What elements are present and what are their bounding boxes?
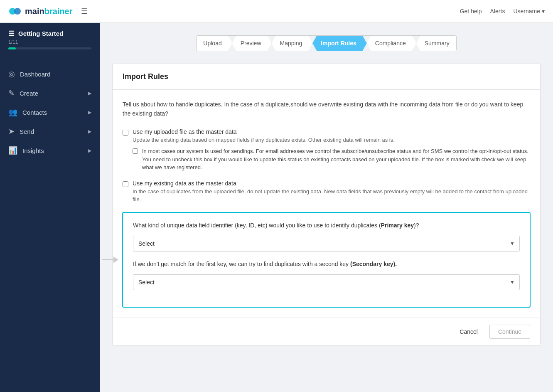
sidebar-item-dashboard[interactable]: ◎ Dashboard (0, 64, 100, 84)
primary-key-section: What kind of unique data field identifie… (122, 212, 531, 308)
sidebar-item-insights-label: Insights (22, 147, 44, 154)
option1-group: Use my uploaded file as the master data … (123, 128, 530, 172)
option1-sub-text: In most cases our system is used for sen… (142, 147, 530, 172)
secondary-key-select-wrapper: Select ▼ (133, 274, 520, 290)
primary-key-select[interactable]: Select (133, 236, 520, 251)
arrow-head (113, 256, 118, 263)
primary-key-question: What kind of unique data field identifie… (133, 221, 520, 230)
secondary-key-select[interactable]: Select (133, 274, 520, 290)
duplicate-description: Tell us about how to handle duplicates. … (123, 100, 530, 118)
primary-key-bold: Primary key (381, 222, 414, 229)
stepper: Upload Preview Mapping Import Rules Comp… (112, 35, 541, 51)
option1-label: Use my uploaded file as the master data (133, 128, 395, 135)
logo-area: mainbrainer ☰ (8, 5, 460, 18)
username-menu[interactable]: Username ▾ (513, 8, 545, 15)
arrow-shaft (102, 259, 113, 260)
step-compliance[interactable]: Compliance (367, 36, 416, 51)
send-chevron-icon: ▶ (88, 129, 91, 134)
option2-row: Use my existing data as the master data … (123, 180, 530, 204)
dashboard-icon: ◎ (8, 69, 15, 79)
top-navigation: mainbrainer ☰ Get help Alerts Username ▾ (0, 0, 553, 23)
option1-row: Use my uploaded file as the master data … (123, 128, 530, 144)
continue-button[interactable]: Continue (489, 325, 530, 339)
arrow-indicator (102, 256, 118, 263)
option2-label: Use my existing data as the master data (133, 180, 530, 187)
highlighted-section-wrapper: What kind of unique data field identifie… (123, 212, 530, 308)
option1-sub-checkbox[interactable] (133, 148, 138, 154)
option2-desc: In the case of duplicates from the uploa… (133, 187, 530, 204)
sidebar-item-insights[interactable]: 📊 Insights ▶ (0, 141, 100, 160)
step-import-rules[interactable]: Import Rules (312, 36, 367, 51)
sidebar-item-contacts-label: Contacts (22, 109, 47, 116)
step-summary[interactable]: Summary (416, 36, 456, 51)
sidebar: ☰ Getting Started 1/11 ◎ Dashboard ✎ Cre… (0, 23, 100, 392)
step-mapping[interactable]: Mapping (272, 36, 313, 51)
sidebar-getting-started[interactable]: ☰ Getting Started 1/11 (0, 23, 100, 56)
option2-group: Use my existing data as the master data … (123, 180, 530, 204)
card-body: Tell us about how to handle duplicates. … (113, 90, 540, 318)
secondary-key-bold: (Secondary key). (350, 261, 397, 267)
username-chevron-icon: ▾ (542, 8, 545, 15)
option1-checkbox[interactable] (123, 130, 128, 136)
primary-key-select-wrapper: Select ▼ (133, 236, 520, 251)
send-icon: ➤ (8, 127, 15, 136)
getting-started-label: Getting Started (18, 30, 63, 37)
sidebar-item-create[interactable]: ✎ Create ▶ (0, 84, 100, 103)
contacts-chevron-icon: ▶ (88, 110, 91, 115)
getting-started-icon: ☰ (8, 30, 14, 37)
insights-icon: 📊 (8, 146, 17, 155)
main-content: Upload Preview Mapping Import Rules Comp… (100, 23, 553, 392)
option2-checkbox[interactable] (123, 181, 128, 187)
hamburger-menu[interactable]: ☰ (81, 7, 88, 16)
option1-sub: In most cases our system is used for sen… (133, 147, 530, 172)
alerts-link[interactable]: Alerts (490, 8, 505, 15)
sidebar-item-contacts[interactable]: 👥 Contacts ▶ (0, 103, 100, 122)
mainbrainer-logo-icon (8, 5, 22, 18)
progress-bar-track (8, 47, 91, 49)
step-upload[interactable]: Upload (197, 36, 232, 51)
import-rules-card: Import Rules Tell us about how to handle… (112, 64, 541, 346)
username-label: Username (513, 8, 540, 15)
top-nav-right: Get help Alerts Username ▾ (460, 8, 545, 15)
svg-point-1 (14, 8, 21, 15)
card-header: Import Rules (113, 64, 540, 90)
contacts-icon: 👥 (8, 108, 17, 117)
sidebar-item-send[interactable]: ➤ Send ▶ (0, 122, 100, 141)
sidebar-nav: ◎ Dashboard ✎ Create ▶ 👥 Contacts ▶ ➤ Se… (0, 56, 100, 168)
sidebar-item-dashboard-label: Dashboard (20, 71, 50, 78)
create-icon: ✎ (8, 89, 15, 98)
create-chevron-icon: ▶ (88, 91, 91, 96)
secondary-key-question: If we don't get match for the first key,… (133, 260, 520, 269)
get-help-link[interactable]: Get help (460, 8, 482, 15)
sidebar-item-create-label: Create (20, 90, 38, 97)
getting-started-progress: 1/11 (8, 39, 91, 45)
option1-desc: Update the existing data based on mapped… (133, 136, 395, 144)
cancel-button[interactable]: Cancel (453, 325, 484, 339)
sidebar-item-send-label: Send (20, 128, 34, 135)
card-title: Import Rules (123, 72, 530, 81)
step-preview[interactable]: Preview (232, 36, 272, 51)
card-footer: Cancel Continue (113, 318, 540, 345)
progress-bar-fill (8, 47, 16, 49)
insights-chevron-icon: ▶ (88, 148, 91, 153)
logo-text: mainbrainer (25, 7, 73, 16)
